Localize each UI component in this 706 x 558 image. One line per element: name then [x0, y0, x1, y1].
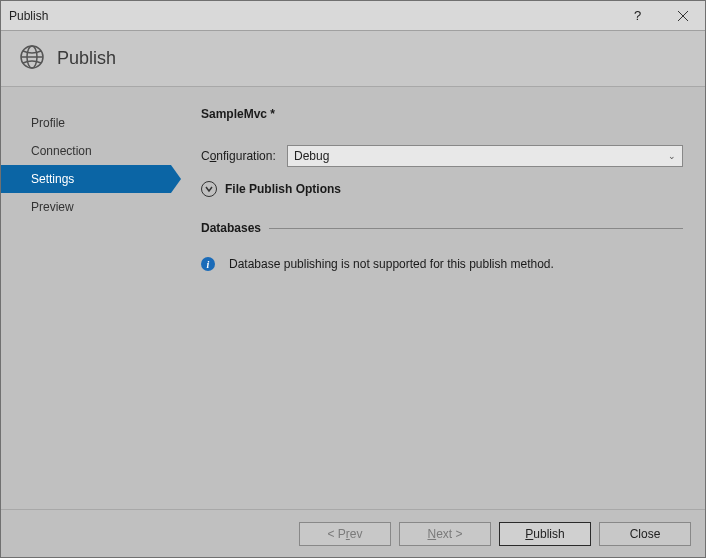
sidebar-item-label: Connection	[31, 144, 92, 158]
dialog-body: Profile Connection Settings Preview Samp…	[1, 87, 705, 509]
help-button[interactable]: ?	[615, 1, 660, 30]
close-button[interactable]: Close	[599, 522, 691, 546]
configuration-row: Configuration: Debug ⌄	[201, 145, 683, 167]
content-pane: SampleMvc * Configuration: Debug ⌄ File …	[171, 87, 705, 509]
publish-dialog: Publish ? Publish Profile Connection Set…	[0, 0, 706, 558]
titlebar: Publish ?	[1, 1, 705, 31]
sidebar-item-label: Profile	[31, 116, 65, 130]
configuration-dropdown[interactable]: Debug ⌄	[287, 145, 683, 167]
prev-button[interactable]: < Prev	[299, 522, 391, 546]
sidebar: Profile Connection Settings Preview	[1, 87, 171, 509]
titlebar-controls: ?	[615, 1, 705, 30]
sidebar-item-preview[interactable]: Preview	[1, 193, 171, 221]
header-banner: Publish	[1, 31, 705, 87]
sidebar-item-settings[interactable]: Settings	[1, 165, 171, 193]
file-publish-options-label: File Publish Options	[225, 182, 341, 196]
chevron-down-icon: ⌄	[668, 151, 676, 161]
sidebar-item-label: Preview	[31, 200, 74, 214]
database-info-row: i Database publishing is not supported f…	[201, 257, 683, 271]
database-info-message: Database publishing is not supported for…	[229, 257, 554, 271]
window-title: Publish	[1, 9, 48, 23]
globe-icon	[19, 44, 45, 74]
publish-button[interactable]: Publish	[499, 522, 591, 546]
header-title: Publish	[57, 48, 116, 69]
footer: < Prev Next > Publish Close	[1, 509, 705, 557]
sidebar-item-connection[interactable]: Connection	[1, 137, 171, 165]
heading-divider	[269, 228, 683, 229]
configuration-label: Configuration:	[201, 149, 287, 163]
file-publish-options-expander[interactable]: File Publish Options	[201, 181, 683, 197]
next-button[interactable]: Next >	[399, 522, 491, 546]
close-window-button[interactable]	[660, 1, 705, 30]
info-icon: i	[201, 257, 215, 271]
close-icon	[678, 11, 688, 21]
sidebar-item-label: Settings	[31, 172, 74, 186]
configuration-value: Debug	[294, 149, 329, 163]
databases-heading: Databases	[201, 221, 683, 235]
expand-icon	[201, 181, 217, 197]
databases-heading-text: Databases	[201, 221, 261, 235]
sidebar-item-profile[interactable]: Profile	[1, 109, 171, 137]
profile-name: SampleMvc *	[201, 107, 683, 121]
